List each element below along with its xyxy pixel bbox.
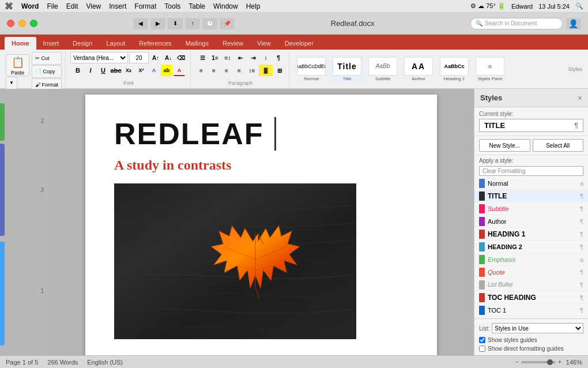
style-item-emphasis[interactable]: Emphasis a	[474, 253, 588, 266]
style-item-normal[interactable]: Normal a	[474, 177, 588, 190]
borders[interactable]: ⊞	[274, 65, 285, 76]
styles-pane-btn[interactable]: ≡ Styles Pane	[473, 57, 507, 82]
styles-label: Styles	[568, 66, 582, 72]
toolbar-pin[interactable]: 📌	[220, 18, 235, 29]
menu-file[interactable]: File	[47, 2, 58, 10]
style-item-title[interactable]: TITLE ¶	[474, 190, 588, 202]
user-avatar[interactable]: 👤	[566, 18, 581, 29]
menu-tools[interactable]: Tools	[164, 2, 180, 10]
document-area[interactable]: REDLEAF A study in contrasts	[48, 89, 474, 355]
zoom-in-icon[interactable]: +	[558, 359, 561, 365]
tab-layout[interactable]: Layout	[99, 37, 132, 50]
toolbar-share[interactable]: ↑	[185, 18, 200, 29]
align-center[interactable]: ≡	[208, 65, 220, 76]
tab-insert[interactable]: Insert	[36, 37, 66, 50]
zoom-slider[interactable]	[521, 361, 556, 363]
style-item-subtitle[interactable]: Subtitle ¶	[474, 202, 588, 215]
cut-button[interactable]: ✂ Cut	[32, 52, 62, 65]
toolbar-history[interactable]: 🕐	[202, 18, 217, 29]
style-heading1[interactable]: AaBbCc Heading 1	[437, 57, 472, 82]
select-all-button[interactable]: Select All	[533, 139, 584, 152]
font-color[interactable]: A	[174, 65, 185, 76]
fullscreen-button[interactable]	[30, 20, 37, 27]
paste-options[interactable]: ▼	[6, 77, 17, 89]
font-increase[interactable]: A↑	[150, 52, 161, 63]
line-spacing[interactable]: ↕≡	[246, 65, 258, 76]
subscript-button[interactable]: X₂	[123, 65, 134, 76]
tab-home[interactable]: Home	[5, 37, 36, 50]
zoom-out-icon[interactable]: −	[515, 359, 519, 365]
show-styles-checkbox[interactable]	[479, 337, 485, 343]
user-name: Edward	[511, 3, 533, 10]
decrease-indent[interactable]: ⇤	[235, 52, 246, 63]
list-select[interactable]: Styles in Use	[492, 323, 583, 333]
sort-button[interactable]: ↕	[260, 52, 272, 63]
style-item-heading2[interactable]: HEADING 2 ¶	[474, 241, 588, 253]
toolbar-forward[interactable]: ▶	[150, 18, 165, 29]
menu-help[interactable]: Help	[246, 2, 261, 10]
tab-developer[interactable]: Developer	[278, 37, 321, 50]
style-item-author[interactable]: Author ¶	[474, 215, 588, 228]
toolbar-back[interactable]: ◀	[133, 18, 148, 29]
align-left[interactable]: ≡	[195, 65, 207, 76]
underline-button[interactable]: U	[97, 65, 109, 76]
direct-format-checkbox[interactable]	[479, 346, 485, 352]
italic-button[interactable]: I	[85, 65, 96, 76]
menu-edit[interactable]: Edit	[66, 2, 78, 10]
styles-close-button[interactable]: ×	[578, 93, 582, 103]
increase-indent[interactable]: ⇥	[247, 52, 259, 63]
style-item-heading1[interactable]: HEADING 1 ¶	[474, 228, 588, 241]
shading[interactable]: ▓	[259, 65, 273, 76]
style-item-toc1[interactable]: TOC 1 ¶	[474, 304, 588, 317]
menu-bar-right: ⚙ ☁ 75° 🔋 Edward 13 Jul 5:24 🔍	[470, 2, 583, 10]
tab-mailings[interactable]: Mailings	[179, 37, 216, 50]
text-effects[interactable]: A	[148, 65, 160, 76]
font-family-select[interactable]: Verdana (Hea...	[70, 52, 128, 63]
app-name[interactable]: Word	[21, 2, 39, 10]
numbering-button[interactable]: 1≡	[209, 52, 221, 63]
style-title[interactable]: Title Title	[330, 57, 364, 82]
clear-format[interactable]: ⌫	[175, 52, 187, 63]
style-normal[interactable]: AaBbCcDdEe Normal	[294, 57, 329, 82]
paste-button[interactable]: 📋 Paste	[6, 54, 29, 76]
apple-menu[interactable]: ⌘	[5, 1, 13, 12]
search-icon[interactable]: 🔍	[575, 2, 583, 10]
superscript-button[interactable]: X²	[135, 65, 147, 76]
tab-design[interactable]: Design	[66, 37, 99, 50]
align-right[interactable]: ≡	[221, 65, 232, 76]
menu-format[interactable]: Format	[134, 2, 156, 10]
close-button[interactable]	[7, 20, 14, 27]
styles-group: AaBbCcDdEe Normal Title Title AaBb Subti…	[291, 51, 586, 87]
search-box[interactable]: 🔍 Search in Document	[470, 18, 563, 29]
document-title-text: REDLEAF	[114, 118, 276, 151]
styles-footer: List: Styles in Use Show styles guides S…	[474, 318, 588, 355]
menu-insert[interactable]: Insert	[109, 2, 126, 10]
style-search-box[interactable]: Clear Formatting	[479, 166, 583, 176]
bullets-button[interactable]: ☰	[197, 52, 208, 63]
style-item-listbullet[interactable]: List Bullet ¶	[474, 279, 588, 291]
bold-button[interactable]: B	[72, 65, 84, 76]
copy-button[interactable]: 📄 Copy	[32, 65, 62, 78]
menu-window[interactable]: Window	[213, 2, 238, 10]
tab-review[interactable]: Review	[216, 37, 250, 50]
highlight-color[interactable]: ab	[161, 65, 172, 76]
ribbon-tabs: Home Insert Design Layout References Mai…	[0, 35, 588, 50]
minimize-button[interactable]	[18, 20, 26, 27]
toolbar-action[interactable]: ⬇	[168, 18, 183, 29]
style-item-quote[interactable]: Quote ¶	[474, 266, 588, 279]
font-decrease[interactable]: A↓	[163, 52, 174, 63]
style-item-tocheading[interactable]: TOC HEADING ¶	[474, 291, 588, 304]
show-marks[interactable]: ¶	[273, 52, 284, 63]
justify[interactable]: ≡	[233, 65, 245, 76]
style-tag	[479, 255, 485, 264]
style-subtitle[interactable]: AaBb Subtitle	[365, 57, 400, 82]
menu-view[interactable]: View	[86, 2, 101, 10]
tab-references[interactable]: References	[132, 37, 178, 50]
menu-table[interactable]: Table	[189, 2, 205, 10]
new-style-button[interactable]: New Style...	[479, 139, 530, 152]
tab-view[interactable]: View	[250, 37, 278, 50]
strikethrough-button[interactable]: abc	[110, 65, 122, 76]
style-author[interactable]: AA Author	[401, 57, 436, 82]
multilevel-list[interactable]: ≡↕	[222, 52, 233, 63]
font-size-input[interactable]	[129, 52, 149, 63]
